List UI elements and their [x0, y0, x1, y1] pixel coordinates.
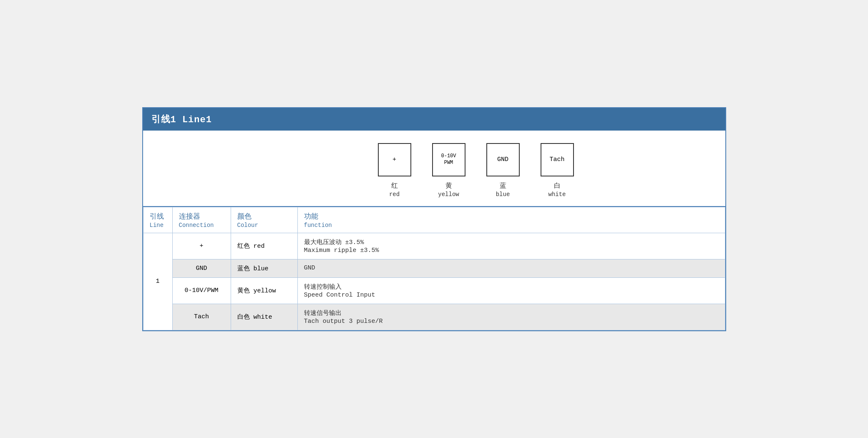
- table-row-2: 0-10V/PWM黄色 yellow转速控制输入Speed Control In…: [143, 277, 725, 304]
- connector-label-en-0: red: [389, 191, 400, 198]
- connector-box-2: GND: [486, 143, 520, 176]
- col-function-en: function: [304, 222, 719, 229]
- connector-box-0: +: [378, 143, 411, 176]
- col-line-en: Line: [150, 222, 166, 229]
- table-header-row: 引线 Line 连接器 Connection 颜色 Colour 功能 func…: [143, 207, 725, 233]
- connection-cell-3: Tach: [172, 304, 231, 330]
- line-number-cell: 1: [143, 233, 172, 330]
- diagram-section: +红red0-10VPWM黄yellowGND蓝blueTach白white: [143, 131, 725, 207]
- colour-cell-1: 蓝色 blue: [231, 259, 297, 277]
- connection-cell-2: 0-10V/PWM: [172, 277, 231, 304]
- connector-label-zh-2: 蓝: [500, 181, 506, 190]
- main-table: 引线 Line 连接器 Connection 颜色 Colour 功能 func…: [143, 207, 725, 330]
- connector-item-1: 0-10VPWM黄yellow: [432, 143, 465, 198]
- header-title: 引线1 Line1: [151, 115, 212, 125]
- function-zh-0: 最大电压波动 ±3.5%: [304, 238, 719, 246]
- col-header-function: 功能 function: [297, 207, 725, 233]
- function-cell-3: 转速信号输出Tach output 3 pulse/R: [297, 304, 725, 330]
- connector-item-2: GND蓝blue: [486, 143, 520, 198]
- function-zh-3: 转速信号输出: [304, 309, 719, 317]
- connector-item-0: +红red: [378, 143, 411, 198]
- function-cell-2: 转速控制输入Speed Control Input: [297, 277, 725, 304]
- connector-label-zh-1: 黄: [445, 181, 452, 190]
- function-en-0: Maximum ripple ±3.5%: [304, 247, 719, 254]
- col-header-line: 引线 Line: [143, 207, 172, 233]
- table-row-1: GND蓝色 blueGND: [143, 259, 725, 277]
- table-body: 1+红色 red最大电压波动 ±3.5%Maximum ripple ±3.5%…: [143, 233, 725, 330]
- page-header: 引线1 Line1: [143, 108, 725, 131]
- col-header-connection: 连接器 Connection: [172, 207, 231, 233]
- connector-label-en-2: blue: [496, 191, 510, 198]
- table-section: 引线 Line 连接器 Connection 颜色 Colour 功能 func…: [143, 207, 725, 330]
- connector-box-1: 0-10VPWM: [432, 143, 465, 176]
- function-zh-2: 转速控制输入: [304, 283, 719, 291]
- function-en-3: Tach output 3 pulse/R: [304, 318, 719, 325]
- col-function-zh: 功能: [304, 211, 719, 221]
- table-row-3: Tach白色 white转速信号输出Tach output 3 pulse/R: [143, 304, 725, 330]
- col-connection-en: Connection: [179, 222, 224, 229]
- function-zh-1: GND: [304, 264, 719, 272]
- connector-symbol-1: 0-10VPWM: [441, 153, 456, 166]
- connector-label-en-1: yellow: [438, 191, 459, 198]
- connector-label-zh-3: 白: [554, 181, 561, 190]
- connection-cell-1: GND: [172, 259, 231, 277]
- col-colour-zh: 颜色: [237, 211, 291, 221]
- function-en-2: Speed Control Input: [304, 292, 719, 299]
- connector-label-zh-0: 红: [391, 181, 398, 190]
- main-container: 引线1 Line1 +红red0-10VPWM黄yellowGND蓝blueTa…: [142, 107, 726, 331]
- diagram-inner: +红red0-10VPWM黄yellowGND蓝blueTach白white: [367, 143, 584, 198]
- col-line-zh: 引线: [150, 211, 166, 221]
- function-cell-1: GND: [297, 259, 725, 277]
- colour-cell-2: 黄色 yellow: [231, 277, 297, 304]
- col-connection-zh: 连接器: [179, 211, 224, 221]
- connector-item-3: Tach白white: [541, 143, 574, 198]
- colour-cell-3: 白色 white: [231, 304, 297, 330]
- table-row-0: 1+红色 red最大电压波动 ±3.5%Maximum ripple ±3.5%: [143, 233, 725, 259]
- colour-cell-0: 红色 red: [231, 233, 297, 259]
- connector-box-3: Tach: [541, 143, 574, 176]
- col-colour-en: Colour: [237, 222, 291, 229]
- connection-cell-0: +: [172, 233, 231, 259]
- function-cell-0: 最大电压波动 ±3.5%Maximum ripple ±3.5%: [297, 233, 725, 259]
- connector-label-en-3: white: [548, 191, 566, 198]
- col-header-colour: 颜色 Colour: [231, 207, 297, 233]
